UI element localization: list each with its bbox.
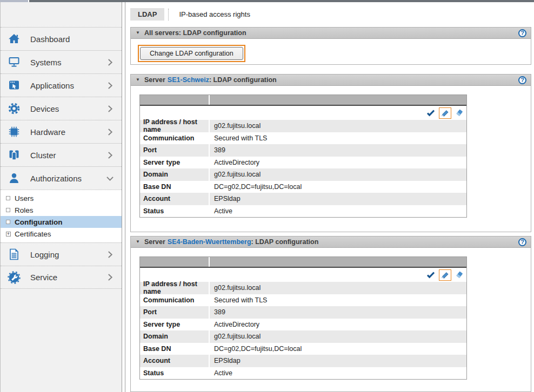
table-row: Server type ActiveDirectory [140,319,466,331]
chevron-right-icon [106,58,114,66]
sidebar-item-cluster[interactable]: Cluster [1,143,122,166]
row-label: Port [140,144,209,157]
table-row: IP address / host name g02.fujitsu.local [140,282,466,294]
sidebar-item-label: Dashboard [30,35,70,44]
chevron-right-icon [106,105,114,113]
pencil-icon[interactable] [439,269,451,281]
section-header: ▼ Server SE1-Schweiz : LDAP configuratio… [131,75,531,86]
check-icon[interactable] [426,109,435,117]
sidebar-item-systems[interactable]: Systems [1,50,122,73]
sidebar-item-label: Applications [30,81,74,90]
row-value: EPSldap [210,355,466,367]
row-value: g02.fujitsu.local [210,330,466,343]
table-row: Domain g02.fujitsu.local [140,168,466,181]
sub-item-label: Roles [15,206,34,214]
tab-ip-based-access-rights[interactable]: IP-based access rights [171,8,258,21]
collapse-arrow-icon[interactable]: ▼ [136,240,140,244]
sidebar-item-roles[interactable]: Roles [1,204,122,216]
section-title: All servers: LDAP configuration [144,29,246,37]
section-title-prefix: Server [144,238,165,246]
chip-icon [8,125,22,138]
row-label: Server type [140,157,209,169]
table-row: Account EPSldap [140,355,466,367]
sidebar-spacer [1,2,122,27]
sub-item-label: Users [15,194,34,202]
change-ldap-configuration-button[interactable]: Change LDAP configuration [140,47,243,60]
table-row: Server type ActiveDirectory [140,157,466,169]
row-value: g02.fujitsu.local [210,120,466,132]
help-icon[interactable]: ? [518,76,526,84]
row-value: Secured with TLS [210,294,466,307]
row-value: Secured with TLS [210,132,466,145]
eraser-icon[interactable] [455,109,464,117]
sidebar-item-label: Service [30,273,57,282]
row-value: Active [210,205,466,218]
document-icon [8,248,22,261]
row-value: DC=g02,DC=fujitsu,DC=local [210,181,466,193]
section-server-se1: ▼ Server SE1-Schweiz : LDAP configuratio… [130,74,531,232]
collapse-arrow-icon[interactable]: ▼ [136,78,140,82]
help-icon[interactable]: ? [518,29,526,37]
table-row: Domain g02.fujitsu.local [140,330,466,343]
sidebar-item-label: Authorizations [30,174,82,183]
row-label: Base DN [140,181,209,193]
ldap-config-table: IP address / host name g02.fujitsu.local… [139,256,467,380]
server-name-link[interactable]: SE1-Schweiz [168,76,209,84]
table-row: Port 389 [140,144,466,157]
section-body: Change LDAP configuration [131,39,531,62]
section-header: ▼ Server SE4-Baden-Wuerttemberg : LDAP c… [131,236,531,248]
section-title-suffix: : LDAP configuration [209,76,277,84]
tab-ldap[interactable]: LDAP [130,8,164,21]
chevron-right-icon [106,273,114,281]
table-row: Port 389 [140,306,466,319]
gear-icon [8,102,22,115]
table-row: Base DN DC=g02,DC=fujitsu,DC=local [140,181,466,193]
main-content: LDAP IP-based access rights ▼ All server… [125,2,534,392]
table-row: IP address / host name g02.fujitsu.local [140,120,466,132]
expand-plus-icon[interactable]: + [6,232,11,236]
row-label: Status [140,205,209,218]
help-icon[interactable]: ? [518,238,526,246]
sidebar-item-certificates[interactable]: + Certificates [1,228,122,240]
tab-bar: LDAP IP-based access rights [130,8,258,21]
collapse-arrow-icon[interactable]: ▼ [136,31,140,35]
sidebar-item-configuration[interactable]: Configuration [1,216,122,228]
sidebar-item-users[interactable]: Users [1,192,122,204]
row-label: Domain [140,330,209,343]
sidebar-item-label: Hardware [30,127,65,137]
section-title-prefix: Server [144,76,165,84]
chevron-right-icon [106,82,114,90]
section-header: ▼ All servers: LDAP configuration ? [131,28,531,39]
sidebar-item-applications[interactable]: Applications [1,73,122,97]
pencil-icon[interactable] [439,107,451,119]
table-row: Base DN DC=g02,DC=fujitsu,DC=local [140,343,466,355]
focus-outline: Change LDAP configuration [138,45,245,62]
applications-icon [8,79,22,92]
table-row: Status Active [140,205,466,218]
row-value: g02.fujitsu.local [210,168,466,181]
chevron-right-icon [106,128,114,136]
eraser-icon[interactable] [455,271,464,279]
sidebar-item-dashboard[interactable]: Dashboard [1,27,122,50]
sidebar-item-service[interactable]: Service [1,266,122,289]
table-header-cell [210,257,466,267]
row-label: Account [140,355,209,367]
sidebar-item-label: Logging [30,250,59,259]
ldap-config-table: IP address / host name g02.fujitsu.local… [139,94,467,218]
server-name-link[interactable]: SE4-Baden-Wuerttemberg [168,238,251,246]
sidebar-item-authorizations[interactable]: Authorizations [1,166,122,190]
check-icon[interactable] [426,271,435,279]
sidebar-item-devices[interactable]: Devices [1,97,122,120]
sidebar: Dashboard Systems Applications Dev [0,2,122,392]
row-value: ActiveDirectory [210,157,466,169]
row-label: Communication [140,132,209,145]
row-value: EPSldap [210,193,466,205]
sidebar-item-hardware[interactable]: Hardware [1,120,122,143]
checkbox-icon [6,220,10,224]
table-row: Account EPSldap [140,193,466,205]
sidebar-item-logging[interactable]: Logging [1,242,122,266]
table-header-cell [140,257,209,267]
cluster-icon [8,148,22,161]
table-action-row [140,268,466,282]
row-label: Server type [140,319,209,331]
